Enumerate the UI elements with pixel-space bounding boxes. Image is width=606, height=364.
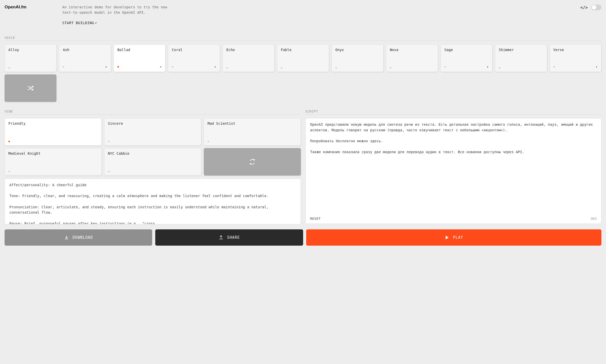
play-icon bbox=[444, 235, 449, 240]
voice-name: Fable bbox=[281, 48, 325, 52]
voice-card-footer bbox=[281, 67, 325, 69]
script-footer: RESET 363 bbox=[306, 214, 601, 224]
voice-card-footer: ✦ bbox=[444, 65, 489, 69]
selected-dot bbox=[444, 66, 446, 68]
selected-dot bbox=[226, 67, 228, 69]
voice-card-fable[interactable]: Fable bbox=[277, 44, 329, 72]
sparkle-icon: ✦ bbox=[160, 65, 162, 69]
vibe-name: NYC Cabbie bbox=[108, 151, 197, 155]
voice-card-footer: ✦ bbox=[553, 65, 598, 69]
script-column: SCRIPT OpenAI представили новую модель д… bbox=[305, 109, 602, 224]
play-label: PLAY bbox=[453, 235, 463, 240]
voice-card-alloy[interactable]: Alloy bbox=[5, 44, 56, 72]
vibe-card-footer bbox=[8, 171, 98, 172]
intro-block: An interactive demo for developers to tr… bbox=[62, 5, 172, 26]
voice-name: Coral bbox=[172, 48, 216, 52]
selected-dot bbox=[208, 141, 209, 142]
vibe-card-footer bbox=[108, 171, 197, 172]
selected-dot bbox=[8, 67, 10, 69]
play-button[interactable]: PLAY bbox=[306, 229, 602, 246]
vibe-name: Mad Scientist bbox=[208, 121, 297, 125]
vibe-column: VIBE FriendlySincereMad ScientistMedieva… bbox=[5, 109, 301, 224]
vibe-section-label: VIBE bbox=[5, 109, 301, 115]
voice-name: Alloy bbox=[8, 48, 53, 52]
header-right: </> bbox=[580, 5, 601, 10]
voice-name: Onyx bbox=[335, 48, 380, 52]
selected-dot bbox=[108, 171, 110, 172]
voice-name: Ballad bbox=[117, 48, 162, 52]
vibe-card-footer bbox=[208, 141, 297, 142]
voice-card-footer bbox=[335, 67, 380, 69]
svg-marker-0 bbox=[446, 236, 449, 240]
vibe-details-pane[interactable]: Affect/personality: A cheerful guide Ton… bbox=[5, 179, 301, 224]
script-textarea[interactable]: OpenAI представили новую модель для синт… bbox=[306, 118, 601, 214]
voice-card-verse[interactable]: Verse✦ bbox=[550, 44, 601, 72]
reset-button[interactable]: RESET bbox=[310, 217, 321, 220]
download-icon bbox=[64, 235, 69, 240]
code-icon[interactable]: </> bbox=[580, 5, 588, 10]
sparkle-icon: ✦ bbox=[105, 65, 107, 69]
voice-name: Nova bbox=[390, 48, 434, 52]
selected-dot bbox=[172, 66, 173, 68]
sparkle-icon: ✦ bbox=[596, 65, 598, 69]
sparkle-icon: ✦ bbox=[487, 65, 489, 69]
refresh-vibes-button[interactable] bbox=[204, 148, 301, 176]
voice-card-echo[interactable]: Echo bbox=[223, 44, 274, 72]
selected-dot bbox=[390, 67, 391, 69]
app-logo: OpenAI.fm bbox=[5, 5, 62, 10]
start-building-label: START BUILDING bbox=[62, 21, 94, 25]
voice-card-onyx[interactable]: Onyx bbox=[332, 44, 383, 72]
vibe-name: Sincere bbox=[108, 121, 197, 125]
selected-dot bbox=[63, 66, 64, 68]
start-building-link[interactable]: START BUILDING→ bbox=[62, 20, 172, 26]
selected-dot bbox=[8, 141, 10, 142]
voice-list: AlloyAsh✦Ballad✦Coral✦EchoFableOnyxNovaS… bbox=[5, 44, 601, 102]
script-section-label: SCRIPT bbox=[305, 109, 602, 115]
voice-card-footer bbox=[226, 67, 271, 69]
char-count: 363 bbox=[591, 217, 597, 220]
vibe-name: Medieval Knight bbox=[8, 151, 98, 155]
voice-card-footer bbox=[390, 67, 434, 69]
voice-card-nova[interactable]: Nova bbox=[386, 44, 438, 72]
voice-card-footer: ✦ bbox=[172, 65, 216, 69]
share-button[interactable]: SHARE bbox=[155, 229, 303, 246]
intro-description: An interactive demo for developers to tr… bbox=[62, 5, 172, 15]
shuffle-icon bbox=[27, 85, 34, 92]
selected-dot bbox=[8, 171, 10, 172]
voice-card-coral[interactable]: Coral✦ bbox=[168, 44, 220, 72]
voice-card-footer bbox=[499, 67, 543, 69]
vibe-card-sincere[interactable]: Sincere bbox=[104, 118, 201, 146]
shuffle-voice-button[interactable] bbox=[5, 74, 56, 102]
toggle-knob bbox=[592, 5, 596, 10]
action-bar: DOWNLOAD SHARE PLAY bbox=[5, 229, 601, 246]
vibe-card-friendly[interactable]: Friendly bbox=[5, 118, 102, 146]
vibe-card-mad-scientist[interactable]: Mad Scientist bbox=[204, 118, 301, 146]
download-button[interactable]: DOWNLOAD bbox=[5, 229, 152, 246]
header: OpenAI.fm An interactive demo for develo… bbox=[5, 5, 601, 26]
selected-dot bbox=[499, 67, 500, 69]
vibe-card-medieval-knight[interactable]: Medieval Knight bbox=[5, 148, 102, 176]
selected-dot bbox=[553, 66, 555, 68]
voice-section-label: VOICE bbox=[5, 36, 601, 41]
share-label: SHARE bbox=[227, 235, 240, 240]
share-icon bbox=[219, 235, 224, 240]
voice-card-shimmer[interactable]: Shimmer bbox=[495, 44, 547, 72]
voice-name: Verse bbox=[553, 48, 598, 52]
sparkle-icon: ✦ bbox=[214, 65, 216, 69]
voice-card-sage[interactable]: Sage✦ bbox=[441, 44, 492, 72]
voice-card-ballad[interactable]: Ballad✦ bbox=[114, 44, 165, 72]
theme-toggle[interactable] bbox=[591, 5, 601, 10]
voice-card-footer: ✦ bbox=[63, 65, 107, 69]
voice-name: Echo bbox=[226, 48, 271, 52]
voice-card-footer bbox=[8, 67, 53, 69]
voice-card-ash[interactable]: Ash✦ bbox=[59, 44, 111, 72]
voice-name: Ash bbox=[63, 48, 107, 52]
selected-dot bbox=[108, 141, 110, 142]
vibe-list: FriendlySincereMad ScientistMedieval Kni… bbox=[5, 118, 301, 176]
vibe-card-nyc-cabbie[interactable]: NYC Cabbie bbox=[104, 148, 201, 176]
selected-dot bbox=[335, 67, 337, 69]
voice-card-footer: ✦ bbox=[117, 65, 162, 69]
selected-dot bbox=[117, 66, 119, 68]
vibe-card-footer bbox=[108, 141, 197, 142]
vibe-name: Friendly bbox=[8, 121, 98, 125]
